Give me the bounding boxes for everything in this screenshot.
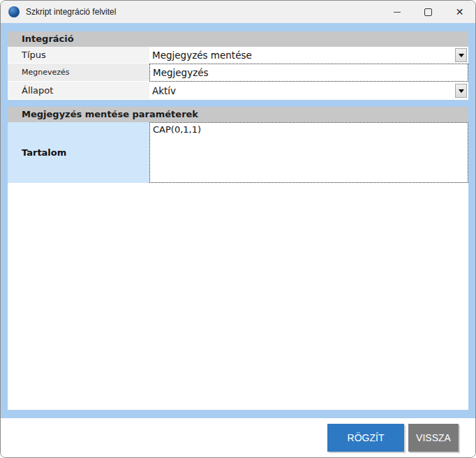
tartalom-label: Tartalom [8,122,149,183]
row-megnevezes: Megnevezés [8,64,468,82]
section-header-params: Megjegyzés mentése paraméterek [8,107,468,122]
tipus-dropdown-button[interactable] [455,48,467,62]
back-button[interactable]: VISSZA [408,424,459,452]
megnevezes-value-cell [149,64,468,82]
empty-content-area [8,183,468,410]
allapot-selected-value: Aktív [152,85,455,96]
maximize-icon [424,8,432,16]
minimize-button[interactable] [381,1,412,23]
chevron-down-icon [459,54,464,57]
tipus-selected-value: Megjegyzés mentése [152,50,455,61]
section-gap [8,100,468,107]
allapot-label: Állapot [8,82,149,100]
megnevezes-input[interactable] [149,64,468,82]
row-tartalom: Tartalom CAP(0,1,1) [8,122,468,183]
tipus-value-cell: Megjegyzés mentése [149,47,468,64]
dialog-window: Szkript integráció felvitel ✕ Integráció… [0,0,476,458]
integration-form: Típus Megjegyzés mentése Megnevezés [8,47,468,100]
megnevezes-label: Megnevezés [8,64,149,82]
save-button[interactable]: RÖGZÍT [327,424,404,452]
title-bar: Szkript integráció felvitel ✕ [1,1,475,23]
tipus-label: Típus [8,47,149,64]
section-header-integration: Integráció [8,31,468,47]
form-frame: Integráció Típus Megjegyzés mentése Megn… [1,23,475,418]
tartalom-textarea[interactable]: CAP(0,1,1) [149,122,468,183]
allapot-dropdown-button[interactable] [455,84,467,98]
minimize-icon [394,12,401,13]
row-tipus: Típus Megjegyzés mentése [8,47,468,64]
close-icon: ✕ [456,7,464,17]
window-title: Szkript integráció felvitel [26,7,116,17]
close-button[interactable]: ✕ [444,1,475,23]
tipus-select[interactable]: Megjegyzés mentése [149,47,468,64]
row-allapot: Állapot Aktív [8,82,468,100]
app-circle-icon [8,6,20,17]
allapot-value-cell: Aktív [149,82,468,100]
maximize-button[interactable] [412,1,444,23]
allapot-select[interactable]: Aktív [149,82,468,100]
chevron-down-icon [459,89,464,93]
footer-button-bar: RÖGZÍT VISSZA [1,418,475,457]
